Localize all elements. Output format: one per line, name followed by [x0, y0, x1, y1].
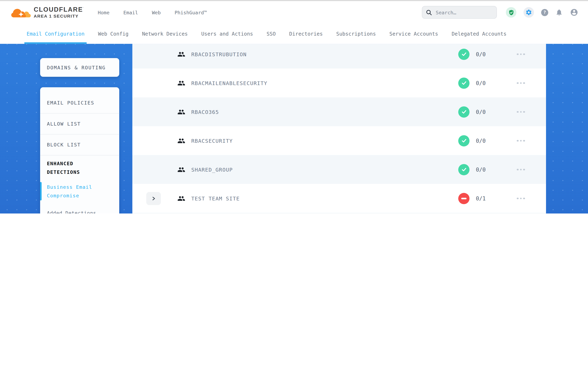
row-actions-menu-button[interactable] — [517, 53, 525, 55]
menu-dot — [523, 140, 525, 141]
workspace-background: DOMAINS & ROUTING EMAIL POLICIESALLOW LI… — [0, 44, 588, 213]
menu-dot — [520, 197, 522, 199]
help-icon[interactable]: ? — [541, 9, 548, 16]
member-count: 0/0 — [476, 167, 486, 172]
active-item-indicator-bar — [40, 182, 42, 200]
status-check-badge — [458, 106, 469, 117]
header-right-cluster: ? — [422, 6, 578, 19]
tab-subscriptions[interactable]: Subscriptions — [336, 23, 376, 44]
group-people-icon — [177, 108, 185, 116]
menu-dot — [523, 169, 525, 170]
status-check-badge — [458, 135, 469, 146]
status-check-badge — [458, 48, 469, 60]
row-actions-menu-button[interactable] — [517, 82, 525, 84]
group-name: RBACMAILENABLESECURITY — [191, 80, 267, 86]
menu-dot — [517, 53, 518, 55]
sidebar-card-domains-routing[interactable]: DOMAINS & ROUTING — [40, 58, 119, 77]
group-people-icon — [177, 166, 185, 173]
row-actions-menu-button[interactable] — [517, 140, 525, 141]
secondary-tabbar: Email ConfigurationWeb ConfigNetwork Dev… — [0, 23, 588, 44]
search-box[interactable] — [422, 6, 497, 19]
cloudflare-logo: CLOUDFLARE' AREA 1 SECURITY — [11, 6, 84, 19]
menu-dot — [517, 82, 518, 84]
member-count: 0/0 — [476, 80, 486, 86]
group-name: RBACO365 — [191, 109, 219, 115]
tab-service-accounts[interactable]: Service Accounts — [389, 23, 438, 44]
sidebar-item-block-list[interactable]: BLOCK LIST — [40, 135, 119, 155]
shield-check-icon[interactable] — [506, 7, 516, 18]
group-people-icon — [177, 79, 185, 87]
logo-trademark-tick: ' — [83, 6, 84, 10]
sidebar-item-enhanced-detections[interactable]: ENHANCEDDETECTIONS — [40, 155, 119, 180]
sidebar-item-added-detections[interactable]: Added Detections — [40, 202, 119, 213]
menu-dot — [520, 82, 522, 84]
sidebar-card-email-policies: EMAIL POLICIESALLOW LISTBLOCK LISTENHANC… — [40, 87, 119, 213]
search-icon — [426, 9, 432, 15]
app-window: CLOUDFLARE' AREA 1 SECURITY HomeEmailWeb… — [0, 0, 588, 213]
menu-dot — [523, 53, 525, 55]
member-count: 0/0 — [476, 51, 486, 57]
primary-nav-item-phishguard[interactable]: PhishGuard™ — [175, 10, 207, 15]
menu-dot — [520, 169, 522, 170]
group-name: SHARED_GROUP — [191, 167, 233, 172]
primary-nav-item-home[interactable]: Home — [98, 10, 109, 15]
header-icons: ? — [506, 7, 578, 18]
logo-brand: CLOUDFLARE — [34, 6, 83, 13]
primary-nav-item-web[interactable]: Web — [152, 10, 161, 15]
table-row-group-test-team-site[interactable]: TEST TEAM SITE0/1 — [133, 184, 546, 213]
tab-sso[interactable]: SSO — [267, 23, 276, 44]
table-row-group-shared-group[interactable]: SHARED_GROUP0/0 — [133, 155, 546, 184]
table-row-group-rbacdistrubution[interactable]: RBACDISTRUBUTION0/0 — [133, 44, 546, 69]
search-input[interactable] — [435, 9, 493, 15]
member-count: 0/0 — [476, 109, 486, 115]
check-icon — [461, 51, 467, 57]
group-people-icon — [177, 195, 185, 202]
sidebar-item-email-policies[interactable]: EMAIL POLICIES — [40, 93, 119, 113]
menu-dot — [523, 111, 525, 113]
settings-gear-icon[interactable] — [524, 7, 534, 18]
logo-subtitle: AREA 1 SECURITY — [34, 14, 84, 18]
row-actions-menu-button[interactable] — [517, 169, 525, 170]
group-name: RBACSECURITY — [191, 138, 233, 144]
menu-dot — [517, 140, 518, 141]
sidebar-item-business-email-compromise-active[interactable]: Business EmailCompromise — [40, 180, 119, 202]
menu-dot — [520, 111, 522, 113]
menu-dot — [517, 169, 518, 170]
tab-email-configuration[interactable]: Email Configuration — [27, 23, 85, 44]
group-name: RBACDISTRUBUTION — [191, 51, 247, 57]
groups-table: RBACDISTRUBUTION0/0RBACMAILENABLESECURIT… — [133, 44, 546, 213]
status-check-badge — [458, 77, 469, 89]
check-icon — [461, 108, 467, 115]
help-glyph: ? — [543, 10, 546, 15]
menu-dot — [523, 197, 525, 199]
minus-icon — [461, 197, 467, 199]
tab-directories[interactable]: Directories — [289, 23, 323, 44]
domains-routing-label: DOMAINS & ROUTING — [47, 65, 106, 70]
group-people-icon — [177, 50, 185, 58]
menu-dot — [517, 111, 518, 113]
expand-button-test-team-site[interactable] — [146, 192, 161, 205]
notifications-bell-icon[interactable] — [556, 8, 563, 16]
groups-table-panel: RBACDISTRUBUTION0/0RBACMAILENABLESECURIT… — [133, 44, 546, 213]
row-actions-menu-button[interactable] — [517, 111, 525, 113]
menu-dot — [520, 53, 522, 55]
tab-users-and-actions[interactable]: Users and Actions — [201, 23, 253, 44]
table-row-group-the-brown-family[interactable]: THE BROWN FAMILY0/4 — [133, 213, 546, 213]
cloudflare-cloud-icon — [11, 6, 31, 19]
group-people-icon — [177, 137, 185, 145]
primary-nav-item-email[interactable]: Email — [124, 10, 138, 15]
member-count: 0/0 — [476, 138, 486, 144]
table-row-group-rbacmailenablesecurity[interactable]: RBACMAILENABLESECURITY0/0 — [133, 69, 546, 97]
row-actions-menu-button[interactable] — [517, 197, 525, 199]
table-row-group-rbaco365[interactable]: RBACO3650/0 — [133, 97, 546, 126]
sidebar-item-allow-list[interactable]: ALLOW LIST — [40, 113, 119, 134]
table-row-group-rbacsecurity[interactable]: RBACSECURITY0/0 — [133, 126, 546, 155]
tab-web-config[interactable]: Web Config — [98, 23, 129, 44]
member-count: 0/1 — [476, 195, 486, 201]
tab-delegated-accounts[interactable]: Delegated Accounts — [452, 23, 507, 44]
primary-nav: HomeEmailWebPhishGuard™ — [98, 10, 207, 15]
group-name: TEST TEAM SITE — [191, 195, 240, 201]
menu-dot — [523, 82, 525, 84]
tab-network-devices[interactable]: Network Devices — [142, 23, 188, 44]
user-avatar-icon[interactable] — [570, 8, 578, 16]
